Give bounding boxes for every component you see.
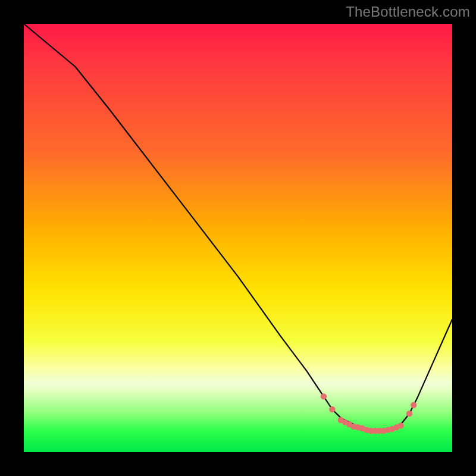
series-curve bbox=[24, 24, 452, 431]
watermark-text: TheBottleneck.com bbox=[346, 4, 470, 20]
marker-point bbox=[321, 393, 327, 399]
chart-svg bbox=[24, 24, 452, 452]
chart-frame: TheBottleneck.com bbox=[0, 0, 476, 476]
marker-group bbox=[321, 393, 417, 434]
marker-point bbox=[329, 406, 335, 412]
marker-point bbox=[397, 422, 403, 428]
plot-area bbox=[24, 24, 452, 452]
marker-point bbox=[411, 402, 416, 408]
marker-point bbox=[406, 411, 412, 416]
